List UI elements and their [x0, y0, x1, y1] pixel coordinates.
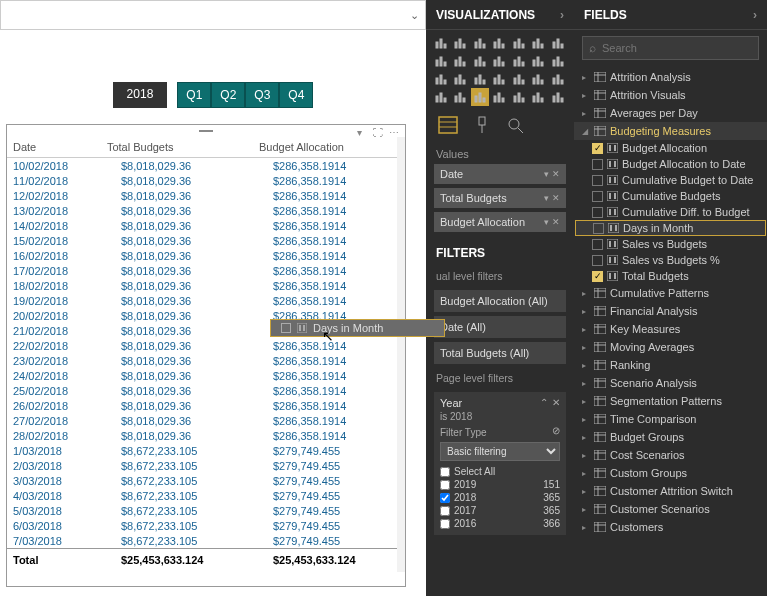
viz-type-icon[interactable]	[432, 34, 450, 52]
fields-pane-header[interactable]: FIELDS›	[574, 0, 767, 30]
table-row[interactable]: 2/03/2018$8,672,233.105$279,749.455	[7, 458, 405, 473]
table-row[interactable]: 1/03/2018$8,672,233.105$279,749.455	[7, 443, 405, 458]
fields-tool-icon[interactable]	[438, 116, 458, 134]
viz-type-icon[interactable]	[490, 88, 508, 106]
table-row[interactable]: 16/02/2018$8,018,029.36$286,358.1914	[7, 248, 405, 263]
viz-type-icon[interactable]	[432, 52, 450, 70]
field-item[interactable]: ✓Total Budgets	[574, 268, 767, 284]
viz-type-icon[interactable]	[490, 34, 508, 52]
year-checkbox[interactable]	[440, 519, 450, 529]
field-well-item[interactable]: Budget Allocation▾ ✕	[434, 212, 566, 232]
field-table[interactable]: ▸Time Comparison	[574, 410, 767, 428]
field-well-item[interactable]: Total Budgets▾ ✕	[434, 188, 566, 208]
year-filter-option[interactable]: 2019151	[440, 478, 560, 491]
viz-type-icon[interactable]	[529, 70, 547, 88]
field-checkbox[interactable]	[593, 223, 604, 234]
field-item[interactable]: Cumulative Budgets	[574, 188, 767, 204]
dropdown-icon[interactable]: ▾	[544, 169, 549, 179]
visual-filter-item[interactable]: Budget Allocation (All)	[434, 290, 566, 312]
field-checkbox[interactable]: ✓	[592, 143, 603, 154]
viz-type-icon[interactable]	[490, 70, 508, 88]
field-item[interactable]: Budget Allocation to Date	[574, 156, 767, 172]
table-row[interactable]: 3/03/2018$8,672,233.105$279,749.455	[7, 473, 405, 488]
field-checkbox[interactable]	[592, 159, 603, 170]
table-row[interactable]: 26/02/2018$8,018,029.36$286,358.1914	[7, 398, 405, 413]
viz-type-icon[interactable]	[510, 88, 528, 106]
year-checkbox[interactable]	[440, 493, 450, 503]
focus-icon[interactable]: ⛶	[373, 127, 385, 137]
table-row[interactable]: 13/02/2018$8,018,029.36$286,358.1914	[7, 203, 405, 218]
field-item[interactable]: Sales vs Budgets	[574, 236, 767, 252]
table-row[interactable]: 23/02/2018$8,018,029.36$286,358.1914	[7, 353, 405, 368]
fields-search[interactable]: ⌕	[582, 36, 759, 60]
table-row[interactable]: 24/02/2018$8,018,029.36$286,358.1914	[7, 368, 405, 383]
field-table[interactable]: ▸Ranking	[574, 356, 767, 374]
field-checkbox[interactable]	[592, 255, 603, 266]
column-header[interactable]: Date	[7, 137, 101, 158]
more-icon[interactable]: ⋯	[389, 127, 401, 137]
table-row[interactable]: 14/02/2018$8,018,029.36$286,358.1914	[7, 218, 405, 233]
viz-type-icon[interactable]	[549, 88, 567, 106]
field-table[interactable]: ▸Customers	[574, 518, 767, 536]
viz-type-icon[interactable]	[510, 70, 528, 88]
select-all-checkbox[interactable]	[440, 467, 450, 477]
field-table[interactable]: ▸Cumulative Patterns	[574, 284, 767, 302]
table-row[interactable]: 27/02/2018$8,018,029.36$286,358.1914	[7, 413, 405, 428]
viz-type-icon[interactable]	[471, 70, 489, 88]
column-header[interactable]: Total Budgets	[101, 137, 253, 158]
viz-type-icon[interactable]	[471, 34, 489, 52]
field-table[interactable]: ▸Attrition Visuals	[574, 86, 767, 104]
year-checkbox[interactable]	[440, 480, 450, 490]
filter-icon[interactable]: ▾	[357, 127, 369, 137]
visual-drag-handle[interactable]	[7, 125, 405, 137]
year-filter-card[interactable]: Year ⌃✕ is 2018 Filter Type⊘ Basic filte…	[434, 392, 566, 535]
year-filter-option[interactable]: 2018365	[440, 491, 560, 504]
field-table[interactable]: ◢Budgeting Measures	[574, 122, 767, 140]
viz-type-icon[interactable]	[451, 34, 469, 52]
visual-filter-item[interactable]: Total Budgets (All)	[434, 342, 566, 364]
viz-type-icon[interactable]	[471, 88, 489, 106]
close-icon[interactable]: ✕	[552, 397, 560, 409]
field-table[interactable]: ▸Attrition Analysis	[574, 68, 767, 86]
viz-type-icon[interactable]	[432, 70, 450, 88]
table-row[interactable]: 17/02/2018$8,018,029.36$286,358.1914	[7, 263, 405, 278]
table-row[interactable]: 22/02/2018$8,018,029.36$286,358.1914	[7, 338, 405, 353]
field-table[interactable]: ▸Financial Analysis	[574, 302, 767, 320]
visual-filter-item[interactable]: Date (All)	[434, 316, 566, 338]
quarter-button[interactable]: Q3	[245, 82, 279, 108]
field-item[interactable]: ✓Budget Allocation	[574, 140, 767, 156]
dropdown-icon[interactable]: ▾	[544, 193, 549, 203]
viz-type-icon[interactable]	[529, 34, 547, 52]
table-row[interactable]: 25/02/2018$8,018,029.36$286,358.1914	[7, 383, 405, 398]
table-row[interactable]: 7/03/2018$8,672,233.105$279,749.455	[7, 533, 405, 549]
field-checkbox[interactable]	[592, 175, 603, 186]
viz-type-icon[interactable]	[549, 52, 567, 70]
table-row[interactable]: 11/02/2018$8,018,029.36$286,358.1914	[7, 173, 405, 188]
field-table[interactable]: ▸Customer Attrition Switch	[574, 482, 767, 500]
field-table[interactable]: ▸Budget Groups	[574, 428, 767, 446]
table-scrollbar[interactable]	[397, 137, 405, 572]
field-checkbox[interactable]	[592, 239, 603, 250]
table-row[interactable]: 15/02/2018$8,018,029.36$286,358.1914	[7, 233, 405, 248]
field-item[interactable]: Cumulative Diff. to Budget	[574, 204, 767, 220]
table-row[interactable]: 4/03/2018$8,672,233.105$279,749.455	[7, 488, 405, 503]
viz-type-icon[interactable]	[549, 70, 567, 88]
remove-icon[interactable]: ✕	[552, 169, 560, 179]
viz-type-icon[interactable]	[490, 52, 508, 70]
field-item[interactable]: Sales vs Budgets %	[574, 252, 767, 268]
field-table[interactable]: ▸Key Measures	[574, 320, 767, 338]
field-table[interactable]: ▸Segmentation Patterns	[574, 392, 767, 410]
viz-type-icon[interactable]	[451, 52, 469, 70]
field-checkbox[interactable]	[592, 191, 603, 202]
field-checkbox[interactable]: ✓	[592, 271, 603, 282]
field-table[interactable]: ▸Customer Scenarios	[574, 500, 767, 518]
search-input[interactable]	[602, 42, 752, 54]
viz-type-icon[interactable]	[510, 34, 528, 52]
viz-type-icon[interactable]	[529, 88, 547, 106]
viz-type-icon[interactable]	[451, 70, 469, 88]
field-item[interactable]: Cumulative Budget to Date	[574, 172, 767, 188]
dropdown-icon[interactable]: ▾	[544, 217, 549, 227]
table-row[interactable]: 6/03/2018$8,672,233.105$279,749.455	[7, 518, 405, 533]
field-table[interactable]: ▸Cost Scenarios	[574, 446, 767, 464]
filter-type-select[interactable]: Basic filtering	[440, 442, 560, 461]
